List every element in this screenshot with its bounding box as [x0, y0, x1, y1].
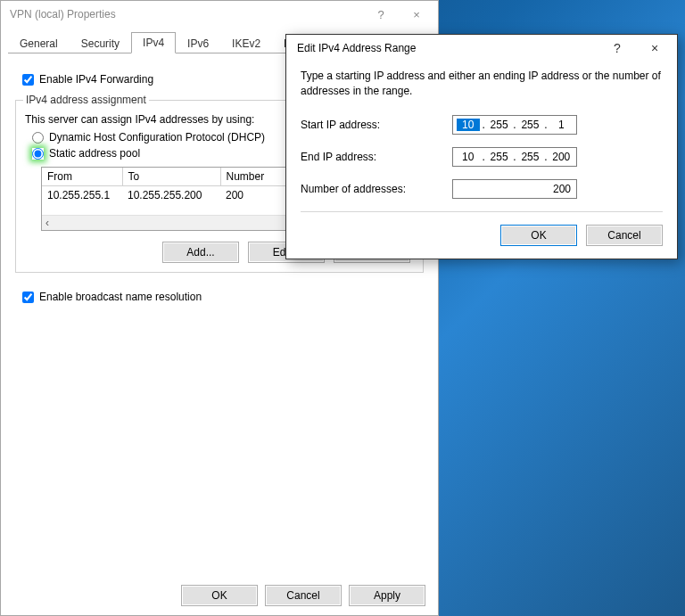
dialog-cancel-button[interactable]: Cancel [586, 225, 663, 246]
ip-octet[interactable]: 255 [519, 119, 541, 131]
dialog-help-button[interactable]: ? [598, 37, 636, 60]
ip-octet[interactable]: 10 [457, 119, 479, 131]
ip-octet[interactable]: 255 [519, 151, 541, 163]
ip-octet[interactable]: 10 [457, 151, 479, 163]
number-label: Number of addresses: [301, 183, 452, 195]
dialog-description: Type a starting IP address and either an… [301, 69, 663, 99]
start-ip-input[interactable]: 10. 255. 255. 1 [452, 115, 577, 135]
help-button[interactable]: ? [363, 3, 399, 26]
radio-dhcp-label: Dynamic Host Configuration Protocol (DHC… [49, 131, 265, 144]
apply-button[interactable]: Apply [349, 585, 425, 606]
edit-range-dialog: Edit IPv4 Address Range ? × Type a start… [285, 34, 678, 259]
dialog-close-button[interactable]: × [636, 37, 673, 60]
radio-static-label: Static address pool [49, 147, 140, 160]
tab-ikev2[interactable]: IKEv2 [220, 33, 272, 53]
scroll-left-icon: ‹ [45, 217, 49, 229]
dialog-body: Type a starting IP address and either an… [286, 62, 677, 259]
titlebar: VPN (local) Properties ? × [1, 1, 438, 28]
dialog-titlebar: Edit IPv4 Address Range ? × [286, 35, 677, 62]
close-button[interactable]: × [399, 3, 434, 26]
enable-ipv4-forwarding-checkbox[interactable] [22, 74, 34, 86]
tab-security[interactable]: Security [70, 33, 131, 53]
ip-octet[interactable]: 1 [550, 119, 573, 131]
ip-octet[interactable]: 255 [488, 119, 510, 131]
dialog-ok-button[interactable]: OK [500, 225, 577, 246]
col-to[interactable]: To [122, 168, 220, 186]
end-ip-label: End IP address: [301, 151, 452, 163]
radio-dhcp[interactable] [32, 132, 44, 144]
number-input[interactable]: 200 [452, 179, 577, 199]
ok-button[interactable]: OK [181, 585, 258, 606]
tab-ipv6[interactable]: IPv6 [176, 33, 220, 53]
enable-ipv4-forwarding-label: Enable IPv4 Forwarding [39, 73, 153, 86]
number-value: 200 [553, 183, 571, 195]
window-title: VPN (local) Properties [10, 8, 363, 21]
cell-from: 10.255.255.1 [42, 186, 122, 205]
start-ip-label: Start IP address: [301, 119, 452, 131]
cell-to: 10.255.255.200 [122, 186, 220, 205]
separator [301, 211, 663, 212]
end-ip-input[interactable]: 10. 255. 255. 200 [452, 147, 577, 167]
tab-general[interactable]: General [8, 33, 70, 53]
enable-broadcast-label: Enable broadcast name resolution [39, 291, 202, 303]
enable-broadcast-checkbox[interactable] [22, 292, 34, 303]
cancel-button[interactable]: Cancel [265, 585, 342, 606]
col-from[interactable]: From [42, 168, 122, 186]
group-title: IPv4 address assignment [23, 94, 149, 106]
tab-ipv4[interactable]: IPv4 [131, 32, 176, 53]
dialog-title: Edit IPv4 Address Range [297, 42, 598, 54]
add-button[interactable]: Add... [162, 242, 239, 263]
ip-octet[interactable]: 200 [550, 151, 573, 163]
radio-static[interactable] [32, 148, 44, 160]
ip-octet[interactable]: 255 [488, 151, 510, 163]
